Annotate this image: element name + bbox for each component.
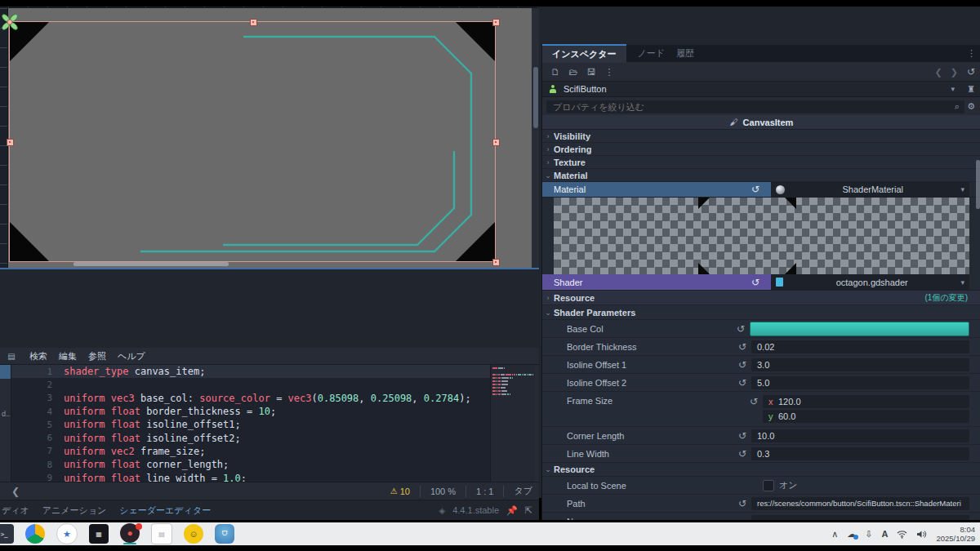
chevron-down-icon[interactable]: ▾ [951, 85, 955, 93]
document-taskbar-icon[interactable]: ▤ [151, 523, 172, 544]
download-icon[interactable]: ⇩ [865, 529, 872, 540]
code-line[interactable]: 7uniform vec2 frame_size; [11, 445, 490, 458]
terminal-taskbar-icon[interactable]: >_ [0, 524, 14, 544]
code-line[interactable]: 9uniform float line_width = 1.0; [11, 471, 490, 482]
editor-zoom[interactable]: 100 % [430, 487, 456, 496]
selection-handle-top[interactable] [250, 19, 257, 26]
corner-length-field[interactable]: 10.0 [751, 429, 969, 442]
bottom-tab-shader-editor[interactable]: シェーダーエディター [119, 504, 211, 517]
frame-size-y-field[interactable]: y 60.0 [763, 410, 969, 423]
filter-options-icon[interactable]: ⚙ [967, 101, 975, 112]
version-label[interactable]: 4.4.1.stable [452, 505, 499, 515]
path-field[interactable]: res://scenes/common/button/ScifiButton.t… [751, 497, 969, 510]
revert-icon[interactable]: ↺ [733, 448, 751, 460]
filter-properties-input[interactable] [551, 101, 955, 113]
isoline-offset-2-field[interactable]: 5.0 [751, 376, 969, 389]
group-ordering[interactable]: ›Ordering [542, 143, 980, 156]
revert-icon[interactable]: ↺ [745, 396, 763, 407]
move-gizmo[interactable] [0, 11, 20, 33]
dock-options-icon[interactable]: ⋮ [967, 48, 976, 59]
inspector-scrollbar[interactable] [976, 160, 980, 209]
indent-type[interactable]: タブ [514, 485, 532, 497]
selection-handle-top-right[interactable] [492, 19, 500, 26]
object-history-icon[interactable]: ↺ [967, 66, 975, 78]
collapse-panel-icon[interactable]: ❮ [11, 486, 20, 497]
viewport-vscroll-track[interactable] [532, 8, 539, 268]
selection-handle-bottom-right[interactable] [492, 259, 500, 266]
shader-list-panel[interactable]: d... [0, 365, 11, 482]
tab-inspector[interactable]: インスペクター [542, 44, 626, 63]
onedrive-icon[interactable]: ☁ [847, 529, 856, 540]
inspector-content[interactable]: 🖌 CanvasItem ›Visibility ›Ordering ›Text… [542, 115, 980, 520]
menu-goto[interactable]: 参照 [88, 350, 106, 362]
group-material[interactable]: ⌄Material [542, 169, 980, 182]
history-forward-icon[interactable]: ❯ [951, 67, 958, 78]
revert-icon[interactable]: ↺ [746, 184, 764, 195]
tab-node[interactable]: ノード [638, 47, 666, 60]
base-col-swatch[interactable] [750, 322, 969, 336]
wifi-icon[interactable] [897, 530, 907, 539]
save-resource-icon[interactable]: 🖫 [585, 65, 598, 78]
new-resource-icon[interactable]: 🗋 [549, 65, 562, 78]
isoline-offset-1-field[interactable]: 3.0 [751, 358, 969, 371]
history-back-icon[interactable]: ❮ [935, 67, 942, 78]
property-shader-label-cell[interactable]: Shader ↺ [542, 274, 771, 290]
code-line[interactable]: 4uniform float border_thickness = 10; [11, 405, 490, 418]
selection-handle-left[interactable] [7, 139, 14, 146]
bottom-tab-audio[interactable]: ディオ [2, 504, 29, 517]
shader-file-icon[interactable]: ▤ [5, 349, 18, 362]
revert-icon[interactable]: ↺ [733, 430, 751, 442]
viewport-hscroll-thumb[interactable] [74, 262, 229, 266]
star-taskbar-icon[interactable]: ★ [56, 523, 78, 544]
code-line[interactable]: 2 [11, 378, 490, 391]
code-vscroll-track[interactable] [535, 365, 539, 482]
group-texture[interactable]: ›Texture [542, 156, 980, 169]
name-field[interactable] [751, 515, 969, 521]
warnings-indicator[interactable]: ⚠ 10 [390, 487, 410, 496]
code-line[interactable]: 6uniform float isoline_offset2; [11, 431, 490, 444]
code-line[interactable]: 1shader_type canvas_item; [11, 365, 490, 378]
border-thickness-field[interactable]: 0.02 [751, 340, 969, 353]
shader-resource-field[interactable]: octagon.gdshader ▾ [771, 274, 969, 290]
menu-edit[interactable]: 編集 [59, 350, 77, 362]
pixel-app-taskbar-icon[interactable]: ▦ [89, 524, 109, 544]
menu-help[interactable]: ヘルプ [118, 350, 145, 362]
expand-bottom-panel-icon[interactable]: ⇱ [525, 505, 532, 516]
material-resource-field[interactable]: ShaderMaterial ▾ [771, 182, 969, 197]
group-shader-resource[interactable]: ›Resource (1個の変更) [542, 291, 980, 305]
revert-icon[interactable]: ↺ [746, 277, 764, 288]
frame-size-x-field[interactable]: x 120.0 [763, 395, 969, 408]
pin-object-icon[interactable]: ♜ [967, 84, 975, 95]
revert-icon[interactable]: ↺ [733, 359, 751, 371]
shader-list-selected-item[interactable] [0, 365, 11, 379]
edited-object-row[interactable]: ScifiButton ▾ ♜ [542, 81, 980, 97]
code-line[interactable]: 5uniform float isoline_offset1; [11, 418, 490, 431]
group-shader-parameters[interactable]: ⌄Shader Parameters [542, 305, 980, 320]
pin-bottom-panel-icon[interactable]: 📌 [506, 505, 518, 516]
revert-icon[interactable]: ↺ [732, 323, 750, 335]
smiley-taskbar-icon[interactable]: ☺ [184, 524, 203, 544]
line-width-field[interactable]: 0.3 [751, 447, 969, 460]
code-minimap[interactable] [490, 365, 535, 482]
revert-icon[interactable]: ↺ [733, 377, 751, 389]
drive-taskbar-icon[interactable] [25, 524, 45, 544]
code-line[interactable]: 8uniform float corner_length; [11, 458, 490, 471]
group-visibility[interactable]: ›Visibility [542, 130, 980, 143]
property-material-label-cell[interactable]: Material ↺ [542, 182, 771, 197]
ime-mode-indicator[interactable]: A [882, 529, 889, 539]
clock[interactable]: 8:04 2025/10/29 [936, 525, 975, 544]
filter-properties-box[interactable]: ⌕ [546, 100, 964, 113]
code-editor[interactable]: 1shader_type canvas_item;23uniform vec3 … [11, 365, 490, 482]
revert-icon[interactable]: ↺ [733, 341, 751, 353]
speaker-icon[interactable] [916, 530, 927, 539]
load-resource-icon[interactable]: 🗁 [567, 65, 580, 78]
selection-handle-right[interactable] [492, 139, 500, 146]
bottom-tab-animation[interactable]: アニメーション [42, 504, 107, 517]
local-to-scene-checkbox[interactable] [763, 480, 774, 491]
godot-taskbar-icon[interactable]: ᗜ [215, 524, 234, 544]
revert-icon[interactable]: ↺ [733, 498, 751, 509]
tray-expand-icon[interactable]: ∧ [831, 529, 838, 540]
canvas-viewport[interactable]: 0 100 [0, 0, 539, 269]
menu-search[interactable]: 検索 [29, 350, 47, 362]
tab-history[interactable]: 履歴 [676, 47, 694, 60]
